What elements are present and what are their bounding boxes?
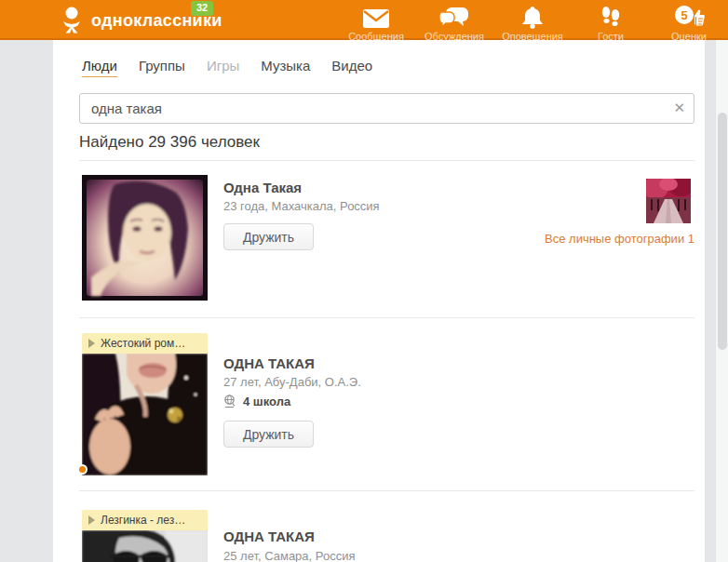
scrollbar-track[interactable] (715, 40, 728, 562)
nav-notifications[interactable]: Оповещения (493, 3, 572, 42)
result-name[interactable]: ОДНА ТАКАЯ (223, 355, 315, 371)
divider (79, 160, 694, 161)
online-indicator (77, 464, 88, 475)
school-info: 4 школа (223, 395, 290, 408)
globe-icon (223, 395, 236, 408)
nav-guests[interactable]: Гости (572, 3, 650, 42)
ok-people-search-page: одноклассники 32 Сообщения Обсуждения О (0, 0, 728, 562)
chat-bubbles-icon (415, 5, 493, 29)
tab-music[interactable]: Музыка (261, 58, 310, 77)
nav-messages[interactable]: Сообщения (337, 3, 415, 42)
header-nav: Сообщения Обсуждения Оповещения Гости (337, 3, 728, 42)
profile-photo[interactable] (82, 530, 208, 562)
search-input[interactable] (79, 93, 694, 124)
play-icon (88, 339, 95, 348)
main-content: Люди Группы Игры Музыка Видео ✕ Найдено … (53, 40, 705, 562)
profile-photo[interactable] (82, 175, 208, 301)
results-count: Найдено 29 396 человек (79, 133, 260, 152)
music-track-label[interactable]: Жестокий ром… (82, 333, 208, 354)
search-category-tabs: Люди Группы Игры Музыка Видео (82, 58, 372, 77)
envelope-icon (337, 5, 415, 29)
result-meta: 27 лет, Абу-Даби, О.А.Э. (223, 375, 361, 389)
bell-icon (493, 5, 572, 29)
result-name[interactable]: ОДНА ТАКАЯ (223, 529, 315, 544)
nav-ratings[interactable]: 5 Оценки (650, 3, 728, 42)
profile-photo[interactable] (82, 354, 208, 475)
scrollbar-thumb[interactable] (718, 113, 727, 350)
tab-games[interactable]: Игры (207, 58, 239, 77)
result-name[interactable]: Одна Такая (223, 180, 302, 195)
play-icon (88, 515, 95, 525)
add-friend-button[interactable]: Дружить (223, 421, 314, 448)
svg-text:5: 5 (681, 8, 687, 22)
all-personal-photos-link[interactable]: Все личные фотографии 1 (545, 232, 694, 246)
result-meta: 25 лет, Самара, Россия (223, 549, 355, 562)
divider (79, 317, 694, 318)
notification-count-badge[interactable]: 32 (191, 1, 213, 16)
ok-logo-icon (60, 7, 84, 34)
add-friend-button[interactable]: Дружить (223, 223, 314, 250)
top-header-bar: одноклассники 32 Сообщения Обсуждения О (0, 0, 728, 40)
personal-photo-thumbnail[interactable] (646, 179, 691, 223)
tab-video[interactable]: Видео (331, 58, 372, 77)
rating-5plus-icon: 5 (650, 5, 728, 29)
clear-search-icon[interactable]: ✕ (673, 100, 685, 116)
nav-discussions[interactable]: Обсуждения (415, 3, 493, 42)
search-box: ✕ (79, 93, 694, 124)
divider (79, 490, 694, 491)
music-track-label[interactable]: Лезгинка - лез… (82, 510, 208, 530)
tab-groups[interactable]: Группы (139, 58, 185, 77)
result-meta: 23 года, Махачкала, Россия (223, 199, 380, 213)
footprints-icon (572, 5, 650, 29)
tab-people[interactable]: Люди (82, 58, 117, 77)
